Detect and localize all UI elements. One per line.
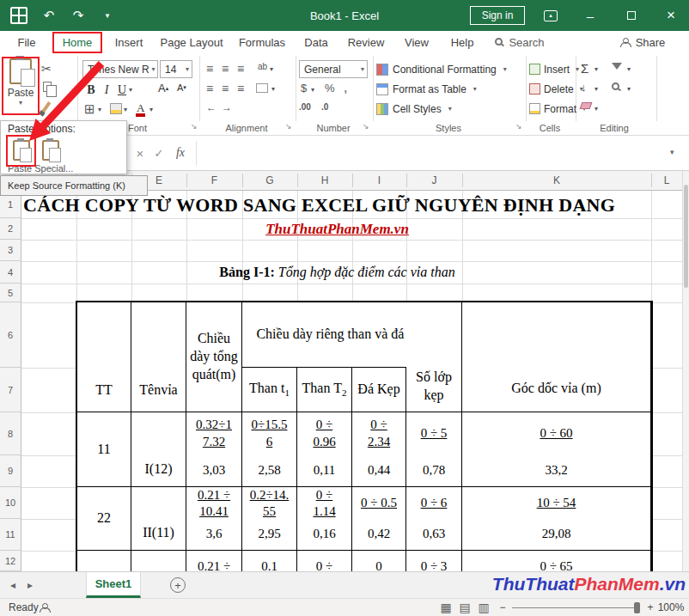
clear-caret[interactable]: ▾ (594, 105, 598, 113)
fill-color-caret[interactable]: ▾ (124, 106, 127, 113)
table-cell-tenvia[interactable]: I(12) (131, 412, 186, 487)
accessibility-checker-icon[interactable] (40, 603, 49, 613)
italic-button[interactable]: I (100, 82, 113, 98)
table-cell-tt[interactable]: 11 (77, 412, 131, 487)
decrease-decimal-button[interactable]: .0 (321, 102, 328, 112)
align-top-icon[interactable]: ≡ (206, 62, 213, 76)
underline-button[interactable]: U (115, 82, 129, 98)
cut-icon[interactable]: ✂ (41, 62, 52, 76)
tab-page-layout[interactable]: Page Layout (158, 31, 225, 53)
row-header-7[interactable]: 7 (0, 368, 21, 412)
table-cell[interactable]: 0.21 ÷10.413,6 (186, 487, 242, 551)
row-header-8[interactable]: 8 (0, 412, 21, 455)
table-cell[interactable]: 0 ÷1.140,16 (297, 487, 352, 551)
tab-review[interactable]: Review (344, 31, 388, 53)
table-cell[interactable]: 0.21 ÷ (186, 551, 242, 571)
table-cell[interactable]: 0 (352, 551, 406, 571)
clear-button[interactable] (581, 102, 591, 109)
column-header-l[interactable]: L (651, 171, 682, 190)
fill-color-button[interactable] (110, 103, 122, 114)
paste-special-item[interactable]: Paste Special... (8, 163, 73, 174)
quick-access-toolbar-dropdown[interactable]: ▾ (95, 0, 120, 31)
increase-indent-icon[interactable]: → (222, 101, 232, 113)
align-right-icon[interactable]: ≡ (237, 82, 244, 95)
table-cell-tenvia[interactable]: II(11) (131, 487, 186, 551)
formula-input[interactable] (198, 136, 668, 170)
currency-caret[interactable]: ▾ (311, 86, 314, 94)
new-sheet-button[interactable]: + (170, 577, 186, 593)
underline-caret[interactable]: ▾ (129, 86, 132, 94)
decrease-indent-icon[interactable]: ← (206, 101, 216, 113)
sheet-nav-right[interactable]: ▸ (22, 572, 38, 598)
table-cell[interactable]: 0 ÷0.960,11 (297, 412, 352, 487)
borders-caret[interactable]: ▾ (98, 106, 101, 113)
maximize-button[interactable] (619, 0, 644, 31)
merge-caret[interactable]: ▾ (271, 85, 275, 93)
find-select-caret[interactable]: ▾ (627, 85, 631, 93)
alignment-dialog-launcher[interactable]: ↘ (285, 122, 292, 131)
th-chieu-day-tong-quat[interactable]: Chiều dày tổng quát(m) (186, 302, 242, 412)
excel-app-icon[interactable] (10, 7, 27, 24)
expand-formula-bar-caret[interactable]: ▾ (670, 148, 674, 156)
font-color-caret[interactable]: ▾ (149, 106, 153, 113)
table-cell[interactable]: 10 ÷ 5429,08 (462, 487, 651, 551)
undo-button[interactable]: ↶ (36, 0, 62, 31)
row-header-9[interactable]: 9 (0, 455, 21, 487)
sheet-caption-cell[interactable]: Bảng I-1: Tổng hợp đặc điểm các vỉa than (23, 261, 651, 284)
column-header-g[interactable]: G (242, 171, 297, 190)
table-cell[interactable]: 0.32÷17.323,03 (186, 412, 242, 487)
table-cell[interactable]: 0.1 (242, 551, 297, 571)
table-cell[interactable]: 0 ÷ 3 (406, 551, 462, 571)
grow-font-button[interactable]: A▴ (158, 82, 168, 95)
table-cell[interactable]: 0÷15.562,58 (242, 412, 297, 487)
close-button[interactable]: × (658, 0, 684, 31)
table-cell-tt[interactable]: 22 (77, 487, 131, 551)
table-cell[interactable]: 0 ÷2.340,44 (352, 412, 406, 487)
shrink-font-button[interactable]: A▾ (177, 82, 186, 93)
zoom-level[interactable]: 100% (656, 599, 686, 616)
cancel-entry-button[interactable]: × (131, 144, 149, 162)
autosum-caret[interactable]: ▾ (594, 65, 598, 73)
row-header-4[interactable]: 4 (0, 261, 21, 284)
vertical-scrollbar[interactable] (682, 171, 689, 571)
view-page-layout-button[interactable]: ▤ (457, 599, 473, 616)
sheet-nav-left[interactable]: ◂ (5, 572, 21, 598)
insert-function-button[interactable]: fx (170, 144, 191, 162)
currency-format-button[interactable]: $ (301, 82, 307, 95)
sheet-link-cell[interactable]: ThuThuatPhanMem.vn (23, 218, 651, 240)
row-header-6[interactable]: 6 (0, 302, 21, 368)
zoom-slider-track[interactable] (512, 607, 637, 608)
row-header-10[interactable]: 10 (0, 487, 21, 519)
wrap-caret[interactable]: ▾ (270, 65, 273, 73)
copy-icon[interactable] (43, 82, 52, 92)
scrollbar-thumb[interactable] (684, 185, 688, 288)
th-da-kep[interactable]: Đá Kẹp (352, 368, 406, 412)
ribbon-display-options-button[interactable]: ▴ (538, 0, 564, 31)
table-cell[interactable]: 0 ÷ 65 (462, 551, 651, 571)
table-cell[interactable]: 0 ÷ 50,78 (406, 412, 462, 487)
percent-format-button[interactable]: % (325, 82, 335, 95)
table-cell-tt[interactable] (77, 551, 131, 571)
find-select-button[interactable] (612, 82, 619, 90)
th-than-t2[interactable]: Than T2 (297, 368, 352, 412)
th-than-t1[interactable]: Than t1 (242, 368, 297, 412)
zoom-in-button[interactable]: + (644, 599, 656, 616)
tab-formulas[interactable]: Formulas (235, 31, 289, 53)
table-cell-tenvia[interactable] (131, 551, 186, 571)
view-normal-button[interactable]: ▦ (438, 599, 454, 616)
autosum-button[interactable]: Σ (581, 61, 588, 76)
table-cell[interactable]: 0 ÷ 6033,2 (462, 412, 651, 487)
enter-entry-button[interactable]: ✓ (149, 144, 168, 162)
increase-decimal-button[interactable]: .00 (299, 102, 311, 112)
zoom-out-button[interactable]: − (497, 599, 509, 616)
tab-home[interactable]: Home (54, 31, 101, 53)
view-page-break-button[interactable]: ▥ (476, 599, 491, 616)
wrap-text-icon[interactable]: ab (258, 62, 267, 71)
tab-help[interactable]: Help (445, 31, 479, 53)
row-header-12[interactable]: 12 (0, 551, 21, 571)
column-header-j[interactable]: J (406, 171, 462, 190)
tab-file[interactable]: File (11, 31, 42, 53)
tab-view[interactable]: View (399, 31, 435, 53)
number-format-combo[interactable]: General▾ (299, 60, 368, 78)
font-color-button[interactable]: A (136, 102, 145, 117)
